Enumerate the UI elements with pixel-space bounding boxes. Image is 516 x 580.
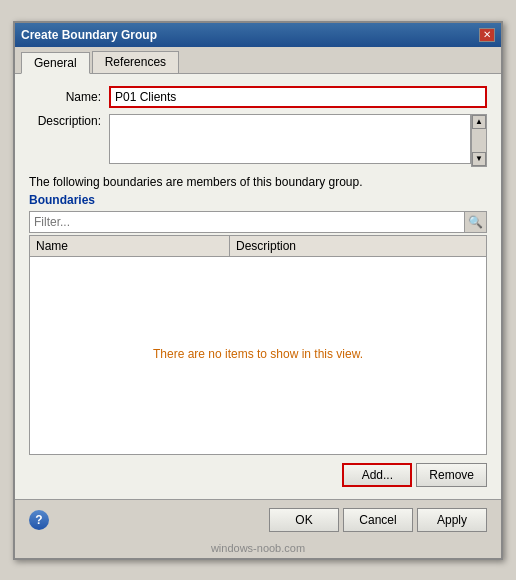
description-row: Description: ▲ ▼ [29, 114, 487, 167]
search-icon: 🔍 [468, 215, 483, 229]
filter-input[interactable] [29, 211, 465, 233]
column-name: Name [30, 236, 230, 256]
watermark: windows-noob.com [15, 540, 501, 558]
remove-button[interactable]: Remove [416, 463, 487, 487]
description-scrollbar[interactable]: ▲ ▼ [471, 114, 487, 167]
boundaries-table: Name Description There are no items to s… [29, 235, 487, 455]
name-input[interactable] [109, 86, 487, 108]
help-button[interactable]: ? [29, 510, 49, 530]
column-description: Description [230, 236, 486, 256]
filter-row: 🔍 [29, 211, 487, 233]
cancel-button[interactable]: Cancel [343, 508, 413, 532]
description-wrapper: ▲ ▼ [109, 114, 487, 167]
scroll-down-btn[interactable]: ▼ [472, 152, 486, 166]
apply-button[interactable]: Apply [417, 508, 487, 532]
title-bar: Create Boundary Group ✕ [15, 23, 501, 47]
description-label: Description: [29, 114, 109, 128]
name-row: Name: [29, 86, 487, 108]
description-input[interactable] [109, 114, 471, 164]
table-buttons: Add... Remove [29, 463, 487, 487]
tab-content: Name: Description: ▲ ▼ The following bou… [15, 74, 501, 499]
name-label: Name: [29, 90, 109, 104]
add-button[interactable]: Add... [342, 463, 412, 487]
window-title: Create Boundary Group [21, 28, 157, 42]
table-header: Name Description [30, 236, 486, 257]
bottom-bar: ? OK Cancel Apply [15, 499, 501, 540]
boundaries-label: Boundaries [29, 193, 487, 207]
filter-search-btn[interactable]: 🔍 [465, 211, 487, 233]
scroll-up-btn[interactable]: ▲ [472, 115, 486, 129]
info-text: The following boundaries are members of … [29, 175, 487, 189]
table-empty-message: There are no items to show in this view. [30, 257, 486, 451]
ok-button[interactable]: OK [269, 508, 339, 532]
tab-bar: General References [15, 47, 501, 74]
dialog-window: Create Boundary Group ✕ General Referenc… [13, 21, 503, 560]
close-button[interactable]: ✕ [479, 28, 495, 42]
dialog-buttons: OK Cancel Apply [269, 508, 487, 532]
tab-general[interactable]: General [21, 52, 90, 74]
tab-references[interactable]: References [92, 51, 179, 73]
